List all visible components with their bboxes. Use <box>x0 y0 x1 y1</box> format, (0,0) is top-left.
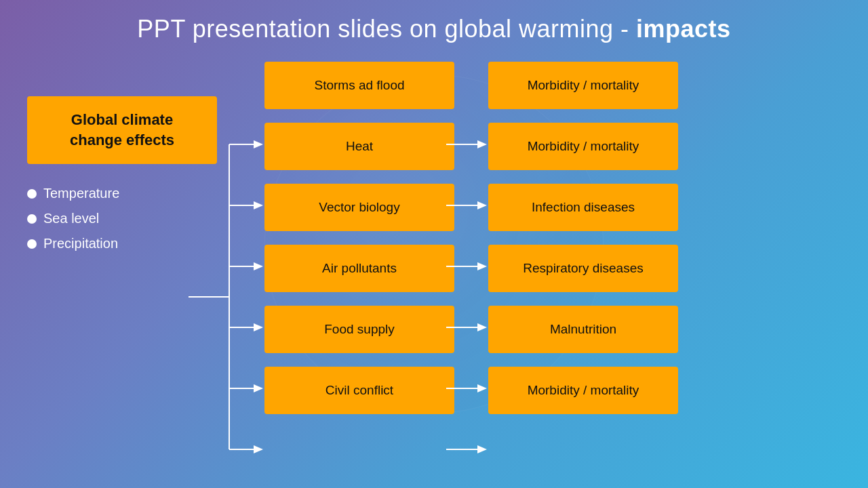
main-box-line2: change effects <box>70 131 174 148</box>
bullet-list: Temperature Sea level Precipitation <box>27 186 119 261</box>
cause-label-4: Food supply <box>324 322 395 337</box>
effect-box-3: Respiratory diseases <box>488 245 678 292</box>
cause-box-2: Vector biology <box>264 184 454 231</box>
effect-label-3: Respiratory diseases <box>523 261 643 276</box>
effect-box-2: Infection diseases <box>488 184 678 231</box>
svg-marker-7 <box>254 262 263 270</box>
effect-box-4: Malnutrition <box>488 306 678 353</box>
flow-row-5: Civil conflict Morbidity / mortality <box>264 364 678 417</box>
flow-row-3: Air pollutants Respiratory diseases <box>264 242 678 295</box>
bullet-text: Sea level <box>43 211 99 226</box>
svg-marker-5 <box>254 201 263 209</box>
flow-rows: Storms ad flood Morbidity / mortality He… <box>264 56 678 417</box>
effect-label-0: Morbidity / mortality <box>528 78 639 93</box>
list-item: Sea level <box>27 211 119 226</box>
svg-marker-13 <box>254 445 263 453</box>
page-title: PPT presentation slides on global warmin… <box>0 0 868 56</box>
svg-marker-3 <box>254 140 263 148</box>
bullet-dot <box>27 189 37 199</box>
cause-label-2: Vector biology <box>319 200 399 215</box>
effect-box-0: Morbidity / mortality <box>488 62 678 109</box>
cause-box-5: Civil conflict <box>264 367 454 414</box>
flow-row-4: Food supply Malnutrition <box>264 303 678 356</box>
main-box-line1: Global climate <box>71 111 173 128</box>
list-item: Temperature <box>27 186 119 201</box>
cause-label-0: Storms ad flood <box>314 78 404 93</box>
svg-marker-9 <box>254 323 263 331</box>
flow-row-2: Vector biology Infection diseases <box>264 181 678 234</box>
cause-label-5: Civil conflict <box>326 383 393 398</box>
bullet-dot <box>27 214 37 224</box>
title-bold: impacts <box>636 15 731 43</box>
flow-row-1: Heat Morbidity / mortality <box>264 120 678 173</box>
left-column: Global climate change effects Temperatur… <box>27 56 231 261</box>
effect-label-5: Morbidity / mortality <box>528 383 639 398</box>
svg-marker-25 <box>477 445 487 453</box>
title-prefix: PPT presentation slides on global warmin… <box>137 15 636 43</box>
main-effects-text: Global climate change effects <box>70 110 174 150</box>
cause-box-3: Air pollutants <box>264 245 454 292</box>
cause-label-3: Air pollutants <box>322 261 397 276</box>
svg-marker-11 <box>254 384 263 392</box>
effect-box-5: Morbidity / mortality <box>488 367 678 414</box>
effect-label-4: Malnutrition <box>550 322 616 337</box>
bullet-text: Precipitation <box>43 236 118 251</box>
flow-row-0: Storms ad flood Morbidity / mortality <box>264 59 678 112</box>
list-item: Precipitation <box>27 236 119 251</box>
content-area: Global climate change effects Temperatur… <box>0 56 868 484</box>
main-effects-box: Global climate change effects <box>27 96 217 164</box>
effect-label-1: Morbidity / mortality <box>528 139 639 154</box>
bullet-dot <box>27 239 37 249</box>
bullet-text: Temperature <box>43 186 119 201</box>
cause-box-0: Storms ad flood <box>264 62 454 109</box>
cause-label-1: Heat <box>346 139 373 154</box>
effect-box-1: Morbidity / mortality <box>488 123 678 170</box>
cause-box-1: Heat <box>264 123 454 170</box>
cause-box-4: Food supply <box>264 306 454 353</box>
effect-label-2: Infection diseases <box>532 200 635 215</box>
